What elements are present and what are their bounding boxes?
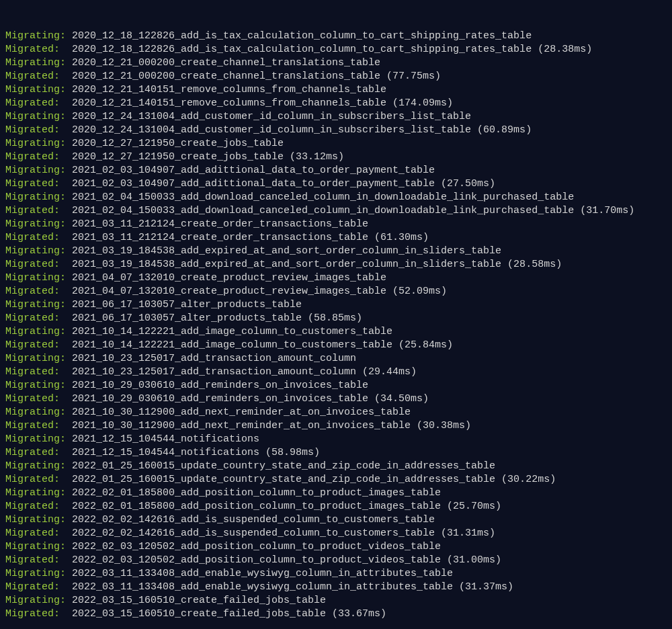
migration-status: Migrated:	[5, 231, 66, 245]
migration-status: Migrated:	[5, 177, 66, 191]
output-line: Migrating:2021_12_15_104544_notification…	[5, 433, 667, 446]
migration-status: Migrated:	[5, 527, 66, 540]
migration-text: 2021_06_17_103057_alter_products_table (…	[66, 312, 362, 325]
output-line: Migrated: 2021_03_11_212124_create_order…	[5, 231, 667, 245]
output-line: Migrating:2020_12_27_121950_create_jobs_…	[5, 137, 667, 151]
output-line: Migrating:2022_03_11_133408_add_enable_w…	[5, 567, 667, 581]
migration-status: Migrating:	[5, 352, 66, 366]
migration-text: 2021_03_19_184538_add_expired_at_and_sor…	[66, 245, 501, 258]
migration-status: Migrated:	[5, 285, 66, 298]
output-line: Migrated: 2020_12_18_122826_add_is_tax_c…	[5, 43, 667, 56]
migration-text: 2021_02_03_104907_add_adittional_data_to…	[66, 164, 435, 177]
output-line: Migrated: 2022_01_25_160015_update_count…	[5, 473, 667, 487]
output-line: Migrated: 2021_02_04_150033_add_download…	[5, 204, 667, 218]
migration-text: 2020_12_21_140151_remove_columns_from_ch…	[66, 97, 453, 110]
migration-text: 2022_02_03_120502_add_position_column_to…	[66, 554, 501, 567]
migration-status: Migrating:	[5, 460, 66, 473]
migration-text: 2020_12_24_131004_add_customer_id_column…	[66, 110, 471, 124]
output-line: Migrated: 2020_12_21_140151_remove_colum…	[5, 97, 667, 110]
migration-text: 2022_03_15_160510_create_failed_jobs_tab…	[66, 594, 326, 607]
migration-text: 2020_12_24_131004_add_customer_id_column…	[66, 124, 532, 137]
migration-status: Migrating:	[5, 164, 66, 177]
migration-status: Migrated:	[5, 419, 66, 433]
migration-status: Migrating:	[5, 137, 66, 151]
output-line: Migrated: 2021_12_15_104544_notification…	[5, 446, 667, 460]
migration-text: 2021_04_07_132010_create_product_review_…	[66, 271, 386, 285]
migration-status: Migrating:	[5, 298, 66, 312]
migration-status: Migrated:	[5, 204, 66, 218]
output-line: Migrated: 2020_12_27_121950_create_jobs_…	[5, 151, 667, 164]
output-line: Migrating:2021_04_07_132010_create_produ…	[5, 271, 667, 285]
output-line: Migrating:2021_10_14_122221_add_image_co…	[5, 325, 667, 339]
migration-text: 2021_02_03_104907_add_adittional_data_to…	[66, 177, 495, 191]
migration-text: 2022_03_15_160510_create_failed_jobs_tab…	[66, 607, 386, 621]
migration-status: Migrating:	[5, 594, 66, 607]
output-line: Migrating:2021_06_17_103057_alter_produc…	[5, 298, 667, 312]
migration-status: Migrated:	[5, 312, 66, 325]
migration-text: 2021_03_11_212124_create_order_transacti…	[66, 231, 429, 245]
output-line: Migrated: 2021_10_14_122221_add_image_co…	[5, 339, 667, 352]
output-line: Migrating:2020_12_24_131004_add_customer…	[5, 110, 667, 124]
migration-status: Migrated:	[5, 97, 66, 110]
migration-text: 2022_01_25_160015_update_country_state_a…	[66, 473, 556, 487]
migration-status: Migrated:	[5, 607, 66, 621]
output-line: Migrated: 2022_02_03_120502_add_position…	[5, 554, 667, 567]
output-line: Migrated: 2022_02_02_142616_add_is_suspe…	[5, 527, 667, 540]
migration-text: 2021_12_15_104544_notifications	[66, 433, 259, 446]
migration-text: 2021_10_30_112900_add_next_reminder_at_o…	[66, 406, 411, 419]
terminal-output[interactable]: Migrating:2020_12_18_122826_add_is_tax_c…	[0, 0, 672, 629]
migration-text: 2022_02_01_185800_add_position_column_to…	[66, 500, 501, 513]
migration-text: 2021_10_29_030610_add_reminders_on_invoi…	[66, 392, 429, 406]
migration-text: 2020_12_27_121950_create_jobs_table (33.…	[66, 151, 344, 164]
migration-text: 2021_02_04_150033_add_download_canceled_…	[66, 191, 574, 204]
migration-status: Migrating:	[5, 379, 66, 392]
migration-status: Migrating:	[5, 30, 66, 43]
output-line: Migrated: 2022_02_01_185800_add_position…	[5, 500, 667, 513]
output-line: Migrated: 2021_02_03_104907_add_adittion…	[5, 177, 667, 191]
migration-status: Migrated:	[5, 70, 66, 83]
migration-status: Migrating:	[5, 191, 66, 204]
output-line: Migrating:2022_03_15_160510_create_faile…	[5, 594, 667, 607]
migration-status: Migrating:	[5, 83, 66, 97]
migration-status: Migrating:	[5, 513, 66, 527]
migration-text: 2020_12_21_140151_remove_columns_from_ch…	[66, 83, 386, 97]
migration-status: Migrated:	[5, 500, 66, 513]
output-line: Migrated: 2021_10_30_112900_add_next_rem…	[5, 419, 667, 433]
migration-text: 2021_03_11_212124_create_order_transacti…	[66, 218, 368, 231]
output-line: Migrated: 2022_03_11_133408_add_enable_w…	[5, 581, 667, 594]
migration-text: 2022_02_02_142616_add_is_suspended_colum…	[66, 513, 435, 527]
migration-text: 2021_10_14_122221_add_image_column_to_cu…	[66, 339, 453, 352]
migration-status: Migrating:	[5, 540, 66, 554]
migration-text: 2021_10_23_125017_add_transaction_amount…	[66, 352, 356, 366]
migration-status: Migrated:	[5, 339, 66, 352]
migration-status: Migrated:	[5, 258, 66, 271]
migration-text: 2020_12_27_121950_create_jobs_table	[66, 137, 284, 151]
migration-text: 2022_03_11_133408_add_enable_wysiwyg_col…	[66, 581, 513, 594]
migration-status: Migrating:	[5, 110, 66, 124]
output-line: Migrating:2021_03_19_184538_add_expired_…	[5, 245, 667, 258]
output-line: Migrated: 2021_06_17_103057_alter_produc…	[5, 312, 667, 325]
output-line: Migrating:2021_10_23_125017_add_transact…	[5, 352, 667, 366]
output-line: Migrating:2021_10_29_030610_add_reminder…	[5, 379, 667, 392]
output-line: Migrated: 2020_12_24_131004_add_customer…	[5, 124, 667, 137]
output-line: Migrated: 2022_03_15_160510_create_faile…	[5, 607, 667, 621]
migration-text: 2021_10_29_030610_add_reminders_on_invoi…	[66, 379, 368, 392]
migration-text: 2020_12_21_000200_create_channel_transla…	[66, 70, 441, 83]
migration-status: Migrating:	[5, 56, 66, 70]
migration-text: 2021_10_14_122221_add_image_column_to_cu…	[66, 325, 392, 339]
migration-text: 2022_02_01_185800_add_position_column_to…	[66, 487, 441, 500]
migration-text: 2020_12_18_122826_add_is_tax_calculation…	[66, 43, 592, 56]
migration-text: 2021_12_15_104544_notifications (58.98ms…	[66, 446, 320, 460]
output-line: Migrating:2022_01_25_160015_update_count…	[5, 460, 667, 473]
migration-status: Migrated:	[5, 581, 66, 594]
migration-text: 2021_06_17_103057_alter_products_table	[66, 298, 302, 312]
output-line: Migrated: 2021_10_29_030610_add_reminder…	[5, 392, 667, 406]
migration-status: Migrating:	[5, 567, 66, 581]
migration-text: 2020_12_18_122826_add_is_tax_calculation…	[66, 30, 532, 43]
migration-text: 2021_02_04_150033_add_download_canceled_…	[66, 204, 634, 218]
output-line: Migrating:2022_02_01_185800_add_position…	[5, 487, 667, 500]
output-line: Migrating:2022_02_03_120502_add_position…	[5, 540, 667, 554]
output-line: Migrated: 2021_04_07_132010_create_produ…	[5, 285, 667, 298]
migration-status: Migrating:	[5, 245, 66, 258]
migration-status: Migrating:	[5, 433, 66, 446]
